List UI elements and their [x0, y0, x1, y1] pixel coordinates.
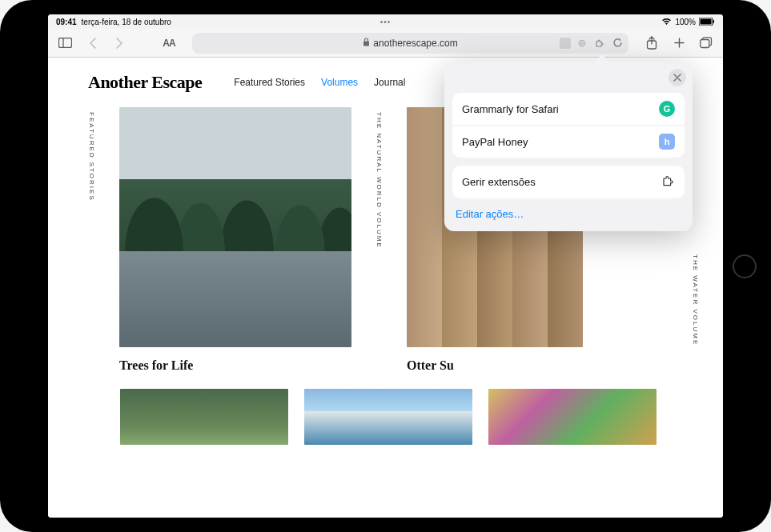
reader-icon[interactable]	[560, 38, 571, 49]
tabs-button[interactable]	[696, 33, 717, 54]
status-date: terça-feira, 18 de outubro	[82, 18, 171, 26]
reload-icon[interactable]	[611, 37, 624, 50]
card-title-trees: Trees for Life	[119, 358, 351, 373]
thumbnail-mountain[interactable]	[304, 389, 472, 445]
section-label-natural: THE NATURAL WORLD VOLUME	[375, 107, 383, 249]
status-time: 09:41	[56, 18, 77, 26]
url-text: anotherescape.com	[373, 38, 457, 49]
battery-percent: 100%	[675, 18, 696, 26]
puzzle-icon	[661, 174, 675, 190]
svg-rect-11	[701, 40, 709, 48]
wifi-icon	[661, 18, 672, 26]
extensions-icon[interactable]	[593, 37, 606, 50]
card-image-trees	[119, 107, 351, 347]
extension-label: Grammarly for Safari	[462, 103, 559, 115]
thumbnail-flowers[interactable]	[488, 389, 657, 445]
safari-toolbar: AA anotherescape.com ◎	[48, 29, 723, 58]
battery-icon	[699, 18, 715, 26]
svg-rect-3	[58, 38, 71, 48]
lock-icon	[363, 38, 370, 49]
aa-label: AA	[163, 38, 175, 49]
story-card-trees[interactable]: Trees for Life	[119, 107, 351, 373]
multitask-dots-icon[interactable]: •••	[380, 18, 392, 26]
extensions-list: Grammarly for Safari G PayPal Honey h	[452, 93, 685, 158]
url-right-icons: ◎	[560, 37, 624, 50]
manage-list: Gerir extensões	[452, 166, 685, 198]
extension-label: PayPal Honey	[462, 136, 528, 148]
svg-rect-5	[363, 41, 369, 46]
address-bar[interactable]: anotherescape.com ◎	[192, 33, 628, 54]
nav-volumes[interactable]: Volumes	[321, 77, 358, 88]
extension-item-honey[interactable]: PayPal Honey h	[452, 126, 685, 158]
screen: 09:41 terça-feira, 18 de outubro ••• 100…	[48, 14, 723, 518]
forward-button[interactable]	[109, 33, 130, 54]
grammarly-icon: G	[659, 101, 675, 117]
site-brand[interactable]: Another Escape	[88, 72, 202, 93]
share-button[interactable]	[641, 33, 662, 54]
status-bar: 09:41 terça-feira, 18 de outubro ••• 100…	[48, 14, 723, 29]
ipad-frame: 09:41 terça-feira, 18 de outubro ••• 100…	[0, 0, 771, 532]
manage-extensions-item[interactable]: Gerir extensões	[452, 166, 685, 198]
status-right: 100%	[661, 18, 715, 26]
status-left: 09:41 terça-feira, 18 de outubro	[56, 18, 171, 26]
card-title-otter: Otter Su	[407, 358, 583, 373]
svg-rect-2	[713, 20, 715, 23]
nav-journal[interactable]: Journal	[374, 77, 405, 88]
nav-featured[interactable]: Featured Stories	[234, 77, 305, 88]
thumbnail-forest[interactable]	[120, 389, 288, 445]
section-label-featured: FEATURED STORIES	[88, 107, 95, 202]
section-label-water: THE WATER VOLUME	[692, 250, 699, 346]
svg-rect-1	[701, 19, 712, 25]
text-size-button[interactable]: AA	[159, 33, 179, 54]
extensions-popover: Grammarly for Safari G PayPal Honey h Ge…	[444, 62, 693, 231]
manage-label: Gerir extensões	[462, 176, 536, 188]
honey-icon: h	[659, 134, 675, 150]
thumbnail-row	[48, 373, 723, 445]
site-nav: Featured Stories Volumes Journal	[234, 77, 405, 88]
grammarly-mini-icon[interactable]: ◎	[576, 37, 588, 50]
home-button[interactable]	[733, 254, 757, 278]
edit-actions-link[interactable]: Editar ações…	[452, 198, 685, 223]
back-button[interactable]	[82, 33, 102, 54]
extension-item-grammarly[interactable]: Grammarly for Safari G	[452, 93, 685, 126]
new-tab-button[interactable]	[669, 33, 689, 54]
close-icon[interactable]	[669, 69, 686, 86]
sidebar-toggle-icon[interactable]	[54, 33, 75, 54]
